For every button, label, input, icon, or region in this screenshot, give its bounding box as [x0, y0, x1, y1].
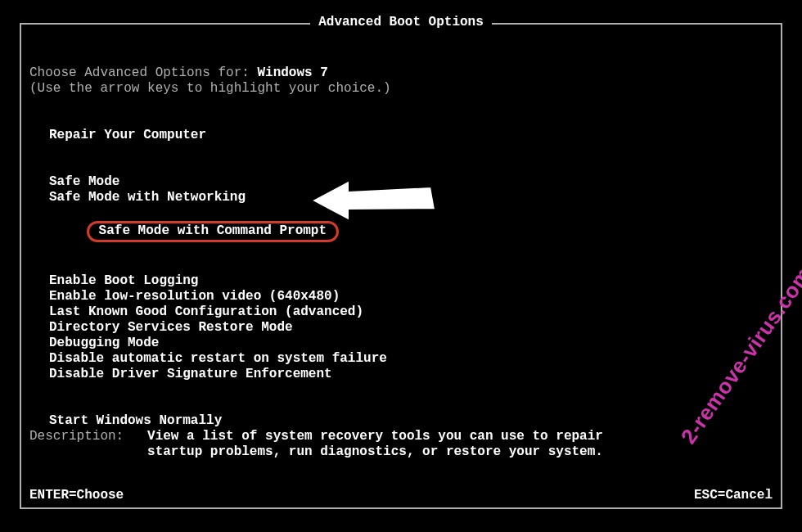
menu-directory-services-restore[interactable]: Directory Services Restore Mode: [29, 320, 773, 336]
menu-debugging-mode[interactable]: Debugging Mode: [29, 336, 773, 351]
boot-options-frame: Advanced Boot Options Choose Advanced Op…: [20, 23, 782, 509]
menu-disable-driver-sig[interactable]: Disable Driver Signature Enforcement: [29, 367, 773, 382]
footer-enter: ENTER=Choose: [29, 488, 124, 503]
choose-prefix: Choose Advanced Options for:: [29, 65, 257, 80]
description-label: Description:: [29, 429, 124, 444]
os-name: Windows 7: [257, 65, 327, 80]
description-line1: Description: View a list of system recov…: [29, 429, 773, 444]
menu-enable-boot-logging[interactable]: Enable Boot Logging: [29, 273, 773, 289]
menu-disable-auto-restart[interactable]: Disable automatic restart on system fail…: [29, 351, 773, 367]
menu-start-windows-normally[interactable]: Start Windows Normally: [29, 413, 773, 429]
pointer-arrow-icon: [304, 175, 444, 230]
menu-safe-mode-cmd-label: Safe Mode with Command Prompt: [89, 223, 327, 238]
content-area: Choose Advanced Options for: Windows 7 (…: [21, 25, 781, 437]
menu-last-known-good[interactable]: Last Known Good Configuration (advanced): [29, 304, 773, 320]
hint-line: (Use the arrow keys to highlight your ch…: [29, 81, 773, 97]
description-line2: startup problems, run diagnostics, or re…: [29, 444, 773, 460]
description-block: Description: View a list of system recov…: [29, 429, 773, 460]
description-text-1: View a list of system recovery tools you…: [147, 429, 603, 444]
description-text-2: startup problems, run diagnostics, or re…: [147, 444, 603, 459]
title-wrap: Advanced Boot Options: [21, 15, 781, 29]
choose-line: Choose Advanced Options for: Windows 7: [29, 65, 773, 81]
page-title: Advanced Boot Options: [310, 15, 492, 29]
menu-low-res-video[interactable]: Enable low-resolution video (640x480): [29, 289, 773, 304]
menu-repair-your-computer[interactable]: Repair Your Computer: [29, 128, 773, 143]
highlight-outline: Safe Mode with Command Prompt: [87, 221, 339, 242]
footer-esc: ESC=Cancel: [694, 488, 773, 503]
